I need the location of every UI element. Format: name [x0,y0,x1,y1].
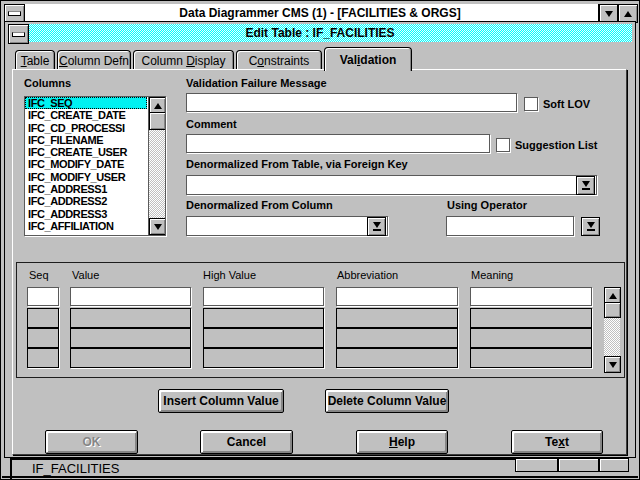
value-cell-disabled [70,348,191,368]
suggestion-list-label: Suggestion List [515,139,598,151]
tab-column-defn[interactable]: Column Defn [57,50,131,71]
value-cell-frame [70,287,191,306]
window-bottom-border [2,476,638,478]
dropdown-bar-icon [373,229,381,231]
help-button[interactable]: Help [356,430,448,454]
values-grid-scrollbar[interactable] [604,287,620,373]
meaning-cell-frame [470,287,592,306]
scroll-down-icon [154,224,162,230]
down-arrow-icon [605,11,613,17]
list-item[interactable]: IFC_CD_PROCESSI [25,122,147,134]
denormalized-from-table-dropdown-button[interactable] [576,176,595,195]
abbreviation-header: Abbreviation [337,269,398,281]
ok-button[interactable]: OK [45,430,138,454]
abbreviation-input[interactable] [337,288,457,305]
seq-cell-disabled [27,308,59,328]
text-button[interactable]: Text [511,430,603,454]
validation-failure-message-label: Validation Failure Message [186,77,327,89]
seq-cell-frame [27,287,59,306]
list-item[interactable]: IFC_CREATE_DATE [25,109,147,121]
denormalized-from-column-combobox [186,216,388,236]
insert-column-value-button[interactable]: Insert Column Value [158,389,284,413]
high-value-header: High Value [203,269,256,281]
list-item[interactable]: IFC_ADDRESS1 [25,183,147,195]
columns-listbox: IFC_SEQ IFC_CREATE_DATE IFC_CD_PROCESSI … [24,96,166,236]
high-value-cell-frame [203,287,324,306]
validation-failure-message-input[interactable] [187,94,516,111]
cancel-button[interactable]: Cancel [200,430,293,454]
dropdown-arrow-icon [373,222,381,228]
value-input[interactable] [71,288,190,305]
list-item[interactable]: IFC_CREATE_USER [25,146,147,158]
comment-label: Comment [186,118,237,130]
comment-field-frame [186,134,490,153]
high-value-input[interactable] [204,288,323,305]
scroll-up-icon [154,103,162,109]
columns-label: Columns [24,77,71,89]
diagram-cell [515,458,558,472]
comment-input[interactable] [187,135,489,152]
denormalized-from-column-label: Denormalized From Column [186,199,333,211]
scrollbar-thumb[interactable] [604,302,621,318]
value-cell-disabled [70,308,191,328]
dropdown-bar-icon [587,229,595,231]
value-header: Value [72,269,99,281]
using-operator-dropdown-button[interactable] [581,217,600,236]
denormalized-from-column-dropdown-button[interactable] [367,217,386,236]
using-operator-label: Using Operator [447,199,527,211]
columns-scrollbar[interactable] [148,97,165,235]
denormalized-from-table-label: Denormalized From Table, via Foreign Key [186,158,408,170]
meaning-cell-disabled [470,348,592,368]
list-item[interactable]: IFC_ADDRESS3 [25,208,147,220]
diagram-cell [558,458,599,472]
list-item[interactable]: IFC_FILENAME [25,134,147,146]
seq-input[interactable] [28,288,58,305]
application-window: Data Diagrammer CMS (1) - [FACILITIES & … [0,0,640,480]
value-cell-disabled [70,328,191,348]
high-value-cell-disabled [203,328,324,348]
meaning-input[interactable] [471,288,591,305]
abbreviation-cell-disabled [336,348,458,368]
dialog-system-menu-button[interactable] [8,24,29,44]
using-operator-field-frame [446,216,574,236]
dropdown-bar-icon [582,188,590,190]
window-menu-icon [12,32,25,37]
soft-lov-checkbox[interactable] [524,97,538,111]
tab-validation[interactable]: Validation [324,47,412,71]
using-operator-input[interactable] [447,217,573,235]
delete-column-value-button[interactable]: Delete Column Value [325,389,449,413]
denormalized-from-column-input[interactable] [187,217,367,235]
list-item[interactable]: IFC_SEQ [25,97,147,109]
up-arrow-icon [624,11,632,17]
list-item[interactable]: IFC_MODIFY_DATE [25,158,147,170]
tab-column-display[interactable]: Column Display [133,50,234,71]
scrollbar-thumb[interactable] [149,112,166,130]
denormalized-from-table-input[interactable] [187,176,576,194]
meaning-cell-disabled [470,308,592,328]
diagram-cell [599,458,629,472]
scroll-up-icon [609,293,617,299]
suggestion-list-checkbox[interactable] [496,138,510,152]
high-value-cell-disabled [203,308,324,328]
meaning-header: Meaning [471,269,513,281]
seq-cell-disabled [27,348,59,368]
dialog-titlebar[interactable]: Edit Table : IF_FACILITIES [8,24,632,42]
high-value-cell-disabled [203,348,324,368]
scroll-down-button[interactable] [149,218,166,235]
denormalized-from-table-combobox [186,175,597,195]
scroll-down-icon [609,362,617,368]
list-item[interactable]: IFC_ADDRESS2 [25,195,147,207]
list-item[interactable]: IFC_AFFILIATION [25,220,147,232]
scroll-down-button[interactable] [604,356,621,373]
app-titlebar[interactable]: Data Diagrammer CMS (1) - [FACILITIES & … [4,4,636,22]
tab-constraints[interactable]: Constraints [236,50,322,71]
seq-header: Seq [29,269,49,281]
app-title: Data Diagrammer CMS (1) - [FACILITIES & … [179,6,460,20]
seq-cell-disabled [27,328,59,348]
tab-table[interactable]: Table [15,50,55,71]
soft-lov-label: Soft LOV [543,98,590,110]
window-menu-icon [8,11,21,16]
list-item[interactable]: IFC_MODIFY_USER [25,171,147,183]
meaning-cell-disabled [470,328,592,348]
dropdown-arrow-icon [582,181,590,187]
